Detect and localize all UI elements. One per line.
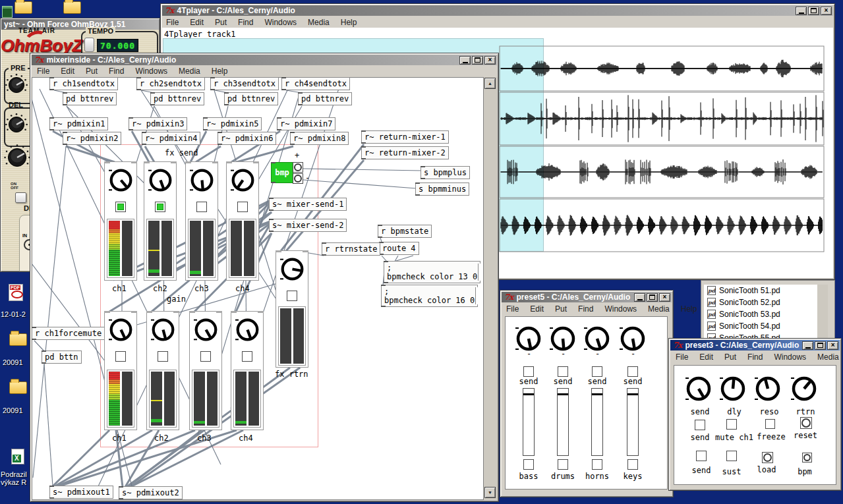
load-bang[interactable] bbox=[762, 452, 773, 463]
fx-knob[interactable] bbox=[791, 376, 817, 402]
fx-knob[interactable] bbox=[685, 376, 712, 402]
pd-toggle[interactable] bbox=[726, 419, 737, 430]
control-label: send bbox=[691, 433, 710, 442]
pd-toggle[interactable] bbox=[696, 451, 707, 461]
control-label: bpm bbox=[798, 467, 812, 476]
pd-toggle[interactable] bbox=[726, 451, 737, 461]
knob-label: send bbox=[691, 407, 710, 416]
fx-knob[interactable] bbox=[755, 376, 781, 402]
control-label: sust bbox=[722, 467, 741, 476]
bpm-bang[interactable] bbox=[802, 453, 812, 462]
control-label: load bbox=[757, 465, 776, 474]
preset3-content: senddlyresortrnsendmute ch1freezeresetse… bbox=[0, 0, 843, 504]
control-label: mute ch1 bbox=[715, 433, 753, 442]
control-label: freeze bbox=[757, 432, 785, 441]
control-label: reset bbox=[794, 431, 817, 440]
knob-label: rtrn bbox=[796, 407, 815, 416]
window-preset3: 7x preset3 - C:/Ales_Cerny/Audio × FileE… bbox=[0, 0, 843, 504]
control-label: send bbox=[692, 466, 711, 475]
reset-bang[interactable] bbox=[800, 417, 812, 429]
knob-label: dly bbox=[727, 407, 741, 416]
knob-label: reso bbox=[760, 407, 779, 416]
pd-toggle[interactable] bbox=[695, 420, 705, 430]
fx-knob[interactable] bbox=[720, 376, 746, 402]
pd-toggle[interactable] bbox=[765, 419, 775, 429]
desktop: { "desktop": { "icons_left": [ {"type": … bbox=[0, 0, 843, 504]
